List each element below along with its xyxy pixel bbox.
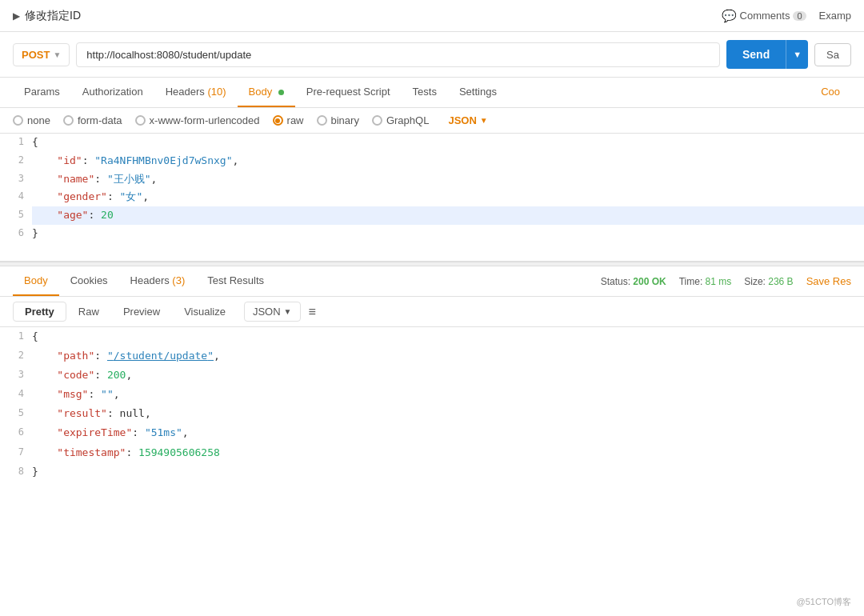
radio-binary-circle [317,115,327,126]
radio-formdata-label: form-data [78,114,122,126]
format-bar: Pretty Raw Preview Visualize JSON ▼ ≡ [0,297,864,327]
response-body: 1 { 2 "path": "/student/update", 3 "code… [0,327,864,482]
radio-none[interactable]: none [13,114,50,126]
comments-label: Comments [740,10,790,22]
resp-line-8: 8 } [0,462,864,482]
radio-none-label: none [27,114,50,126]
json-arrow-icon: ▼ [480,116,488,125]
resp-tab-cookies[interactable]: Cookies [59,266,119,296]
send-button[interactable]: Send ▼ [726,40,808,69]
status-label: Status: 200 OK [601,276,666,287]
radio-form-data[interactable]: form-data [63,114,122,126]
line-content-3: "name": "王小贱", [32,170,864,189]
comments-button[interactable]: 💬 Comments 0 [722,9,806,23]
size-label: Size: 236 B [744,276,793,287]
fmt-tab-preview[interactable]: Preview [111,302,172,322]
resp-line-7: 7 "timestamp": 1594905606258 [0,443,864,462]
headers-count: (10) [207,86,226,98]
resp-line-num-6: 6 [0,423,32,442]
request-body-editor[interactable]: 1 { 2 "id": "Ra4NFHMBnv0Ejd7wSnxg", 3 "n… [0,134,864,262]
resp-line-content-6: "expireTime": "51ms", [32,423,864,442]
radio-binary-label: binary [331,114,359,126]
page-title: 修改指定ID [25,9,81,23]
url-input[interactable] [76,42,720,67]
tab-prerequest[interactable]: Pre-request Script [295,78,402,107]
req-line-1: 1 { [0,134,864,152]
line-num-3: 3 [0,170,32,189]
radio-raw-inner [275,118,280,123]
wrap-icon[interactable]: ≡ [309,305,316,319]
resp-tab-testresults[interactable]: Test Results [196,266,275,296]
req-line-2: 2 "id": "Ra4NFHMBnv0Ejd7wSnxg", [0,152,864,170]
radio-none-circle [13,115,23,126]
title-actions: 💬 Comments 0 Examp [722,9,851,23]
send-label: Send [726,40,786,69]
resp-line-num-1: 1 [0,327,32,346]
time-value: 81 ms [706,276,732,287]
body-type-bar: none form-data x-www-form-urlencoded raw… [0,108,864,134]
url-bar: POST ▼ Send ▼ Sa [0,32,864,78]
radio-graphql-label: GraphQL [386,114,429,126]
method-selector[interactable]: POST ▼ [13,43,70,66]
send-dropdown-icon[interactable]: ▼ [786,40,808,69]
save-response-button[interactable]: Save Res [806,275,851,287]
resp-format-label: JSON [253,306,281,318]
resp-line-num-2: 2 [0,346,32,366]
line-content-5: "age": 20 [32,206,864,225]
resp-line-num-8: 8 [0,462,32,482]
resp-line-2: 2 "path": "/student/update", [0,346,864,366]
fmt-tab-raw[interactable]: Raw [66,302,111,322]
comments-count: 0 [793,11,806,21]
time-label: Time: 81 ms [679,276,732,287]
line-num-4: 4 [0,188,32,206]
resp-line-num-4: 4 [0,385,32,404]
req-line-5: 5 "age": 20 [0,206,864,225]
fmt-tab-pretty[interactable]: Pretty [13,302,66,322]
title-section: ▶ 修改指定ID [13,9,81,23]
save-button[interactable]: Sa [814,43,851,66]
tab-cookies[interactable]: Coo [810,78,851,107]
tab-tests[interactable]: Tests [402,78,448,107]
resp-line-num-3: 3 [0,366,32,385]
req-line-6: 6 } [0,225,864,243]
radio-formdata-circle [63,115,74,126]
tab-headers[interactable]: Headers (10) [154,78,238,107]
resp-format-select[interactable]: JSON ▼ [244,302,301,322]
json-format-label: JSON [448,114,476,126]
radio-urlencoded[interactable]: x-www-form-urlencoded [135,114,260,126]
resp-line-1: 1 { [0,327,864,346]
response-tabs: Body Cookies Headers (3) Test Results St… [0,266,864,297]
resp-line-content-5: "result": null, [32,404,864,423]
radio-graphql[interactable]: GraphQL [372,114,429,126]
radio-graphql-circle [372,115,382,126]
line-content-4: "gender": "女", [32,188,864,206]
line-num-6: 6 [0,225,32,243]
line-content-1: { [32,134,864,152]
method-arrow-icon: ▼ [53,50,61,59]
tab-settings[interactable]: Settings [448,78,508,107]
resp-line-5: 5 "result": null, [0,404,864,423]
fmt-tab-visualize[interactable]: Visualize [172,302,238,322]
request-tabs: Params Authorization Headers (10) Body P… [0,78,864,108]
line-content-2: "id": "Ra4NFHMBnv0Ejd7wSnxg", [32,152,864,170]
title-bar: ▶ 修改指定ID 💬 Comments 0 Examp [0,0,864,32]
radio-urlencoded-circle [135,115,146,126]
line-num-2: 2 [0,152,32,170]
resp-headers-count: (3) [172,274,185,286]
resp-line-content-2: "path": "/student/update", [32,346,864,366]
tab-body[interactable]: Body [238,78,295,107]
example-label: Examp [819,10,851,22]
comment-icon: 💬 [722,9,737,23]
resp-tab-body[interactable]: Body [13,266,59,296]
headers-label: Headers [166,86,208,98]
req-line-4: 4 "gender": "女", [0,188,864,206]
resp-tab-headers[interactable]: Headers (3) [119,266,197,296]
radio-binary[interactable]: binary [317,114,359,126]
resp-line-content-1: { [32,327,864,346]
resp-headers-label: Headers [130,274,173,286]
tab-authorization[interactable]: Authorization [71,78,154,107]
json-format-select[interactable]: JSON ▼ [448,114,487,126]
radio-raw[interactable]: raw [273,114,304,126]
tab-params[interactable]: Params [13,78,71,107]
resp-line-num-5: 5 [0,404,32,423]
